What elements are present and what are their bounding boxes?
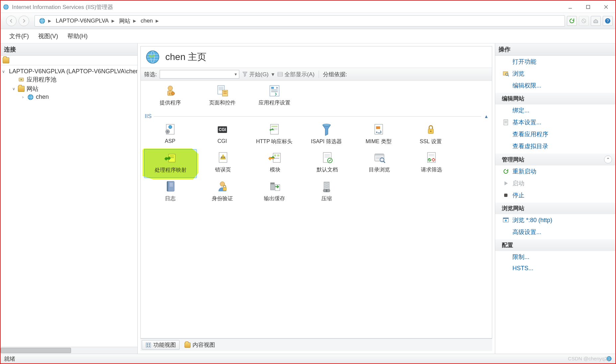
feature-asp[interactable]: ASP: [144, 121, 196, 149]
feature-label: 处理程序映射: [155, 167, 187, 174]
compression-icon: [319, 179, 334, 194]
feature-auth[interactable]: 身份验证: [196, 178, 248, 206]
nav-back-button[interactable]: [6, 16, 17, 26]
feature-logging[interactable]: 日志: [144, 178, 196, 206]
help-button[interactable]: ?: [603, 16, 613, 26]
show-all-button[interactable]: 全部显示(A): [277, 71, 315, 78]
connections-panel: 连接 ∨ LAPTOP-V6NGPLVA (LAPTOP-V6NGPLVA\ch…: [1, 43, 138, 354]
section-manage-website: 管理网站⌃: [495, 153, 615, 165]
menu-help[interactable]: 帮助(H): [66, 31, 89, 41]
tree-collapse-icon[interactable]: ∨: [2, 69, 5, 74]
svg-point-36: [169, 125, 172, 129]
action-stop[interactable]: 停止: [495, 189, 615, 201]
minimize-button[interactable]: [567, 4, 574, 10]
collapse-icon[interactable]: ⌃: [604, 155, 612, 163]
feature-error[interactable]: 404错误页: [197, 149, 249, 178]
feature-reqfilter[interactable]: 请求筛选: [405, 149, 457, 178]
cgi-icon: CGI: [215, 122, 230, 137]
feature-cgi[interactable]: CGICGI: [196, 121, 248, 149]
feature-http[interactable]: HTTP 响应标头: [248, 121, 300, 149]
action-start[interactable]: 启动: [495, 177, 615, 189]
breadcrumb-path[interactable]: ▶ LAPTOP-V6NGPLVA▶ 网站▶ chen▶: [35, 15, 565, 27]
feature-label: 模块: [270, 166, 280, 173]
feature-handler[interactable]: 处理程序映射: [144, 149, 197, 178]
action-limits[interactable]: 限制...: [495, 251, 615, 263]
features-view-tab[interactable]: 功能视图: [142, 340, 180, 350]
tree-node-server[interactable]: LAPTOP-V6NGPLVA (LAPTOP-V6NGPLVA\chen): [9, 68, 137, 75]
svg-line-69: [383, 161, 385, 163]
connections-scrollbar[interactable]: [1, 347, 137, 354]
section-iis-header: IIS: [145, 113, 152, 120]
refresh-button[interactable]: [567, 16, 577, 26]
modules-icon: [268, 151, 282, 165]
feature-dirbrowse[interactable]: 目录浏览: [353, 149, 405, 178]
feature-modules[interactable]: 模块: [249, 149, 301, 178]
window-title: Internet Information Services (IIS)管理器: [12, 3, 113, 11]
feature-outputcache[interactable]: 输出缓存: [248, 178, 300, 206]
menu-file[interactable]: 文件(F): [8, 31, 30, 41]
chevron-right-icon: ▶: [47, 19, 52, 23]
dropdown-icon: ▼: [234, 72, 238, 76]
action-bindings[interactable]: 绑定...: [495, 104, 615, 116]
group-by-label: 分组依据:: [323, 71, 347, 78]
connections-header: 连接: [1, 43, 137, 56]
feature-mime[interactable]: MIME 类型: [352, 121, 405, 149]
content-view-tab[interactable]: 内容视图: [181, 340, 219, 350]
feature-label: MIME 类型: [365, 138, 391, 145]
svg-rect-92: [149, 343, 150, 345]
tree-collapse-icon[interactable]: ∨: [11, 87, 16, 91]
collapse-section-icon[interactable]: ▲: [484, 114, 489, 119]
filter-input[interactable]: ▼: [160, 70, 239, 79]
action-basic-settings[interactable]: 基本设置...: [495, 116, 615, 128]
globe-icon: [39, 18, 45, 24]
feature-label: 身份验证: [212, 195, 233, 202]
feature-pages[interactable]: 页面和控件: [196, 82, 248, 110]
tree-expand-icon[interactable]: ›: [21, 95, 25, 99]
outputcache-icon: [267, 179, 282, 194]
feature-label: 默认文档: [317, 166, 338, 173]
feature-appsettings[interactable]: 应用程序设置: [248, 82, 300, 110]
feature-ssl[interactable]: SSL 设置: [405, 121, 457, 149]
action-edit-permissions[interactable]: 编辑权限...: [495, 80, 615, 91]
svg-rect-65: [375, 154, 384, 155]
breadcrumb-server[interactable]: LAPTOP-V6NGPLVA▶: [54, 18, 117, 24]
feature-isapi[interactable]: ISAPI 筛选器: [300, 121, 352, 149]
nav-forward-button[interactable]: [19, 16, 29, 26]
action-browse[interactable]: 浏览: [495, 68, 615, 80]
svg-rect-57: [277, 154, 279, 156]
action-browse-80[interactable]: 浏览 *:80 (http): [495, 214, 615, 226]
feature-label: ASP: [165, 138, 175, 144]
status-text: 就绪: [4, 355, 15, 363]
action-view-virtual-dirs[interactable]: 查看虚拟目录: [495, 140, 615, 152]
svg-rect-17: [278, 72, 282, 76]
action-restart[interactable]: 重新启动: [495, 165, 615, 177]
tree-node-app-pools[interactable]: 应用程序池: [27, 76, 56, 84]
maximize-button[interactable]: [585, 4, 591, 10]
menu-view[interactable]: 视图(V): [37, 31, 59, 41]
feature-providers[interactable]: 提供程序: [144, 82, 196, 110]
stop-all-button[interactable]: [579, 16, 589, 26]
folder-icon[interactable]: [3, 57, 9, 63]
explore-icon: [502, 70, 509, 77]
tree-node-sites[interactable]: 网站: [27, 85, 38, 93]
tree-node-site-chen[interactable]: chen: [36, 93, 49, 100]
close-button[interactable]: [603, 4, 609, 10]
chevron-right-icon: ▶: [155, 19, 159, 23]
handler-icon: [163, 151, 178, 165]
action-view-applications[interactable]: 查看应用程序: [495, 128, 615, 140]
filter-start-button[interactable]: 开始(G) ▾: [242, 71, 274, 78]
svg-rect-2: [586, 5, 590, 9]
feature-defaultdoc[interactable]: 默认文档: [301, 149, 353, 178]
action-advanced-settings[interactable]: 高级设置...: [495, 226, 615, 238]
home-button[interactable]: [591, 16, 601, 26]
pages-icon: [215, 84, 230, 98]
feature-label: 请求筛选: [421, 166, 442, 173]
connections-tree[interactable]: ∨ LAPTOP-V6NGPLVA (LAPTOP-V6NGPLVA\chen)…: [1, 65, 137, 347]
action-open-feature[interactable]: 打开功能: [495, 56, 615, 68]
action-hsts[interactable]: HSTS...: [495, 263, 615, 274]
feature-compression[interactable]: 压缩: [300, 178, 352, 206]
logging-icon: [163, 179, 178, 194]
breadcrumb-site[interactable]: chen▶: [139, 18, 161, 24]
breadcrumb-sites[interactable]: 网站▶: [117, 17, 139, 25]
sites-folder-icon: [18, 86, 25, 92]
